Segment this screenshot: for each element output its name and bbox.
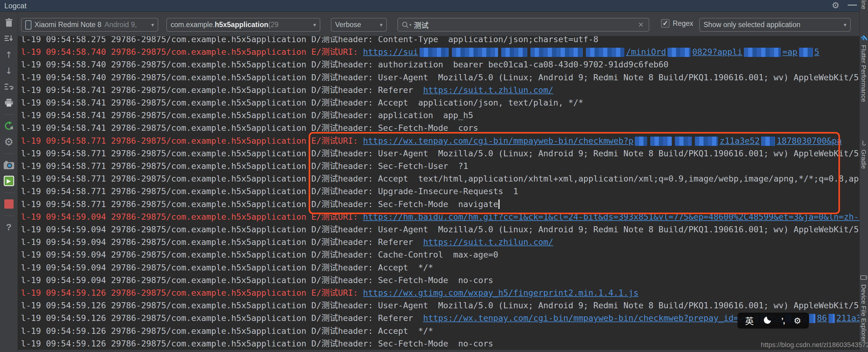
next-occurrence-down-icon[interactable]: ↓: [3, 65, 15, 77]
log-link[interactable]: z11a3e52: [719, 136, 760, 145]
log-row-prefix: l-19 09:54:59.094 29786-29875/com.exampl…: [21, 275, 311, 285]
chevron-down-icon: ▾: [310, 22, 316, 28]
app-package-name: h5x5application: [215, 21, 268, 29]
log-link[interactable]: https://sui: [363, 47, 418, 57]
log-level-value: Verbose: [335, 21, 361, 29]
app-selector[interactable]: com.example.h5x5application (29 ▾: [166, 18, 320, 32]
censored-block: [530, 48, 583, 57]
log-link[interactable]: 211a3e52d1: [836, 313, 859, 323]
log-row-prefix: l-19 09:54:58.741 29786-29875/com.exampl…: [21, 85, 311, 95]
moon-icon[interactable]: [763, 315, 772, 326]
log-row-prefix: l-19 09:54:58.771 29786-29875/com.exampl…: [21, 199, 311, 209]
device-selector[interactable]: Xiaomi Redmi Note 8 Android 9, ▾: [21, 18, 158, 32]
log-text: D/测试header: Upgrade-Insecure-Requests 1: [311, 186, 518, 196]
log-link[interactable]: https://hm.baidu.com/hm.gif?cc=1&ck=1&cl…: [363, 212, 859, 221]
clear-search-icon[interactable]: ✕: [637, 21, 645, 29]
log-row: l-19 09:54:58.741 29786-29875/com.exampl…: [21, 121, 478, 134]
log-row-prefix: l-19 09:54:59.094 29786-29875/com.exampl…: [21, 263, 311, 272]
log-row: l-19 09:54:59.094 29786-29875/com.exampl…: [21, 223, 859, 236]
log-link[interactable]: 5: [814, 47, 819, 57]
panel-bottom-edge: [18, 350, 859, 352]
log-row: l-19 09:54:59.126 29786-29875/com.exampl…: [21, 325, 433, 337]
app-pid-hint: (29: [268, 21, 278, 29]
log-link[interactable]: https://suit.t.zhilun.com/: [423, 237, 554, 247]
screenshot-camera-icon[interactable]: [3, 159, 15, 171]
right-tool-strip: Outline Flutter Performance Gradle Devic…: [859, 0, 868, 352]
log-row-prefix: l-19 09:54:58.740 29786-29875/com.exampl…: [21, 47, 311, 57]
log-link[interactable]: https://wx.tenpay.com/cgi-bin/mmpayweb-b…: [363, 136, 633, 145]
divider: [4, 192, 14, 193]
logcat-settings-gear-icon[interactable]: ⚙: [3, 136, 15, 148]
panel-settings-gear-icon[interactable]: ⚙: [832, 0, 839, 10]
log-text: D/测试header: authorization bearer bec01ca…: [311, 60, 669, 69]
prev-occurrence-up-icon[interactable]: ↑: [3, 48, 15, 61]
log-row: l-19 09:54:59.094 29786-29875/com.exampl…: [21, 236, 553, 248]
restart-logcat-icon[interactable]: [3, 120, 15, 132]
log-row-prefix: l-19 09:54:59.126 29786-29875/com.exampl…: [21, 301, 311, 310]
regex-option[interactable]: ✓ Regex: [661, 19, 693, 28]
log-row: l-19 09:54:59.126 29786-29875/com.exampl…: [21, 286, 639, 299]
device-icon: [860, 274, 867, 281]
log-text: D/测试header: Referer: [311, 85, 423, 95]
log-row-prefix: l-19 09:54:58.771 29786-29875/com.exampl…: [21, 161, 311, 171]
log-link[interactable]: https://wx.gtimg.com/wxpay_h5/fingerprin…: [363, 288, 639, 297]
device-name: Xiaomi Redmi Note 8: [34, 21, 101, 29]
clear-logcat-button[interactable]: [3, 16, 15, 29]
log-link[interactable]: =ap: [782, 47, 798, 57]
censored-block: [452, 48, 498, 57]
log-row: l-19 09:54:58.771 29786-29875/com.exampl…: [21, 198, 500, 210]
log-link[interactable]: https://wx.tenpay.com/cgi-bin/mmpayweb-b…: [423, 313, 758, 323]
log-level-selector[interactable]: Verbose ▾: [331, 18, 387, 32]
log-row: l-19 09:54:58.275 29786-29875/com.exampl…: [21, 36, 598, 45]
log-link[interactable]: 0829?appli: [692, 47, 742, 57]
log-row-prefix: l-19 09:54:58.740 29786-29875/com.exampl…: [21, 73, 311, 82]
search-field[interactable]: ▾ ✕: [397, 18, 649, 32]
log-text: D/测试header: Sec-Fetch-Mode no-cors: [311, 339, 493, 348]
ime-language-toggle[interactable]: 英: [745, 314, 754, 327]
log-link[interactable]: 86: [817, 313, 827, 323]
print-icon[interactable]: [3, 97, 15, 109]
censored-block: [809, 314, 815, 323]
scroll-to-end-icon[interactable]: [3, 33, 15, 45]
panel-minimize-icon[interactable]: —: [848, 0, 857, 10]
search-history-chevron-icon[interactable]: ▾: [409, 23, 411, 27]
help-icon[interactable]: ?: [3, 221, 15, 233]
log-text: D/测试header: Sec-Fetch-Mode cors: [311, 123, 478, 133]
tool-button-device-file-explorer[interactable]: Device File Explorer: [860, 274, 867, 342]
log-row: l-19 09:54:58.771 29786-29875/com.exampl…: [21, 172, 859, 185]
log-row-prefix: l-19 09:54:59.126 29786-29875/com.exampl…: [21, 313, 311, 323]
filter-mode-selector[interactable]: Show only selected application ▾: [699, 18, 851, 32]
device-os: Android 9,: [104, 21, 137, 29]
tool-button-flutter-performance[interactable]: Flutter Performance: [860, 34, 867, 102]
ime-settings-gear-icon[interactable]: ⚙: [794, 316, 801, 325]
log-row-prefix: l-19 09:54:58.741 29786-29875/com.exampl…: [21, 123, 311, 133]
log-text: D/测试header: Referer: [311, 313, 423, 323]
log-row: l-19 09:54:58.771 29786-29875/com.exampl…: [21, 135, 842, 147]
log-text: D/测试header: Sec-Fetch-Mode no-cors: [311, 275, 493, 285]
divider: [4, 114, 14, 115]
log-text: E/测试URI:: [311, 136, 363, 145]
stop-icon[interactable]: [3, 198, 15, 210]
tool-button-gradle[interactable]: Gradle: [860, 139, 867, 169]
logcat-panel: Logcat ⚙ — Xiaomi Redmi Note 8 Android 9…: [0, 0, 868, 352]
log-row-prefix: l-19 09:54:59.126 29786-29875/com.exampl…: [21, 326, 311, 336]
tool-button-outline[interactable]: Outline: [860, 0, 867, 9]
log-row: l-19 09:54:59.094 29786-29875/com.exampl…: [21, 274, 493, 286]
log-link[interactable]: 1878030700&pa: [777, 136, 841, 145]
log-row: l-19 09:54:59.126 29786-29875/com.exampl…: [21, 299, 859, 312]
regex-checkbox[interactable]: ✓: [661, 19, 670, 28]
log-row: l-19 09:54:58.741 29786-29875/com.exampl…: [21, 109, 473, 121]
log-link[interactable]: /miniOrd: [626, 47, 666, 57]
log-row: l-19 09:54:58.740 29786-29875/com.exampl…: [21, 71, 859, 84]
censored-block: [799, 48, 813, 57]
soft-wrap-icon[interactable]: [3, 81, 15, 93]
ime-punctuation-toggle[interactable]: ’,: [781, 316, 784, 325]
log-row-prefix: l-19 09:54:58.740 29786-29875/com.exampl…: [21, 60, 311, 69]
screen-record-icon[interactable]: ▶: [3, 175, 15, 187]
log-text: D/测试header: User-Agent Mozilla/5.0 (Linu…: [311, 73, 859, 82]
panel-title: Logcat: [4, 2, 27, 10]
log-row-prefix: l-19 09:54:59.126 29786-29875/com.exampl…: [21, 288, 311, 297]
search-input[interactable]: [414, 21, 637, 29]
log-text: D/测试header: Cache-Control max-age=0: [311, 250, 498, 259]
log-link[interactable]: https://suit.t.zhilun.com/: [423, 85, 554, 95]
